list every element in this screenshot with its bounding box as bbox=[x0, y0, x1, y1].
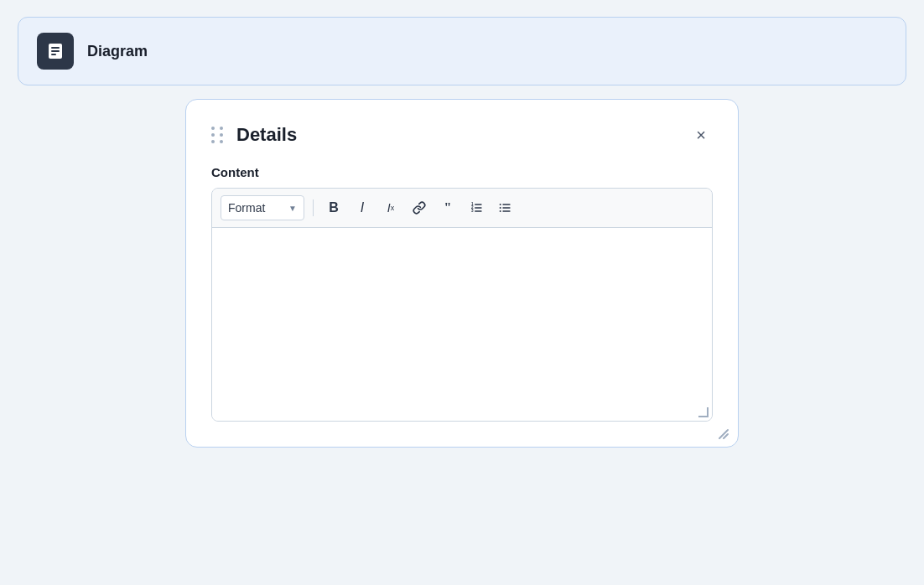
drag-dot bbox=[220, 133, 223, 137]
editor-content-area[interactable] bbox=[212, 228, 712, 421]
quote-icon: " bbox=[444, 201, 452, 215]
svg-point-13 bbox=[500, 204, 501, 205]
svg-rect-2 bbox=[51, 50, 60, 52]
clear-formatting-button[interactable]: Ix bbox=[379, 196, 402, 220]
unordered-list-icon bbox=[498, 201, 511, 215]
diagram-card: Diagram bbox=[18, 17, 906, 85]
details-header: Details × bbox=[211, 123, 713, 147]
close-button[interactable]: × bbox=[689, 123, 713, 147]
link-button[interactable] bbox=[407, 196, 431, 220]
svg-rect-1 bbox=[51, 47, 60, 49]
svg-rect-3 bbox=[51, 54, 56, 55]
editor-resize-handle[interactable] bbox=[697, 406, 709, 417]
drag-dot bbox=[211, 133, 215, 137]
format-dropdown[interactable]: Format ▼ bbox=[221, 195, 304, 220]
unordered-list-button[interactable] bbox=[493, 196, 517, 220]
drag-dot bbox=[220, 140, 223, 143]
drag-dot bbox=[220, 127, 223, 130]
details-title: Details bbox=[236, 124, 677, 146]
content-label: Content bbox=[211, 165, 713, 179]
editor-toolbar: Format ▼ B I Ix " bbox=[212, 189, 712, 228]
panel-resize-handle[interactable] bbox=[718, 428, 731, 442]
chevron-down-icon: ▼ bbox=[288, 204, 297, 213]
blockquote-button[interactable]: " bbox=[436, 196, 459, 220]
drag-dot bbox=[211, 127, 215, 130]
diagram-icon bbox=[37, 33, 74, 70]
drag-dot bbox=[211, 140, 215, 143]
subscript-x: x bbox=[391, 204, 395, 212]
drag-handle[interactable] bbox=[211, 127, 225, 143]
details-panel: Details × Content Format ▼ B I Ix bbox=[185, 99, 739, 448]
ordered-list-button[interactable]: 1 2 3 bbox=[465, 196, 488, 220]
bold-button[interactable]: B bbox=[322, 196, 345, 220]
svg-text:3: 3 bbox=[471, 209, 474, 213]
ordered-list-icon: 1 2 3 bbox=[470, 201, 483, 215]
toolbar-divider bbox=[313, 199, 314, 216]
format-dropdown-label: Format bbox=[228, 201, 285, 215]
rich-text-editor: Format ▼ B I Ix " bbox=[211, 188, 713, 422]
diagram-title: Diagram bbox=[87, 43, 148, 60]
italic-button[interactable]: I bbox=[350, 196, 374, 220]
svg-point-15 bbox=[500, 210, 501, 212]
svg-point-14 bbox=[500, 207, 501, 209]
link-icon bbox=[413, 201, 426, 215]
